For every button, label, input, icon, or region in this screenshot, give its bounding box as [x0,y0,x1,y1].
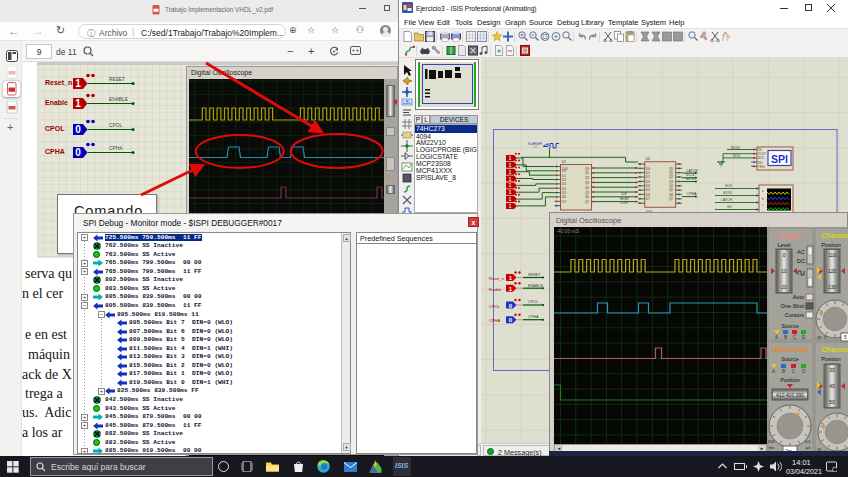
svg-text:Channe: Channe [821,345,848,354]
svg-text:0: 0 [783,253,786,258]
svg-text:Q1: Q1 [669,171,673,175]
svg-text:Level: Level [777,242,790,248]
svg-text:CPHA: CPHA [528,315,539,319]
svg-text:DC: DC [797,258,805,264]
svg-text:MOSI: MOSI [723,191,732,195]
svg-text:Trigger: Trigger [777,231,803,240]
svg-text:B: B [782,369,785,374]
svg-text:Position: Position [780,377,800,383]
svg-text:Q0: Q0 [585,167,589,171]
svg-text:MOSI: MOSI [686,177,695,181]
svg-text:Auto: Auto [793,294,804,300]
svg-text:LBL: LBL [403,100,412,105]
svg-text:One-Shot: One-Shot [780,303,804,309]
svg-text:D1: D1 [562,174,566,178]
svg-text:Q6: Q6 [585,195,589,199]
svg-text:B: B [784,335,787,340]
svg-text:U1: U1 [562,160,567,164]
svg-text:D7: D7 [562,200,566,204]
svg-text:D1: D1 [646,171,650,175]
svg-text:410 400 390: 410 400 390 [776,392,804,398]
svg-text:CPOL: CPOL [489,304,501,309]
svg-text:Q7: Q7 [585,200,589,204]
svg-text:Enable: Enable [489,287,502,292]
svg-text:b: b [762,197,764,201]
svg-text:40: 40 [829,384,835,389]
svg-text:V: V [824,335,827,340]
svg-text:U2: U2 [646,157,651,161]
svg-text:20: 20 [781,285,787,290]
svg-text:SCK: SCK [733,154,741,158]
svg-text:CLR: CLR [621,192,627,196]
svg-text:Horizontal: Horizontal [772,345,809,354]
svg-text:LATCH: LATCH [721,198,732,202]
svg-text:D3: D3 [562,182,566,186]
svg-text:LATCH: LATCH [687,169,698,173]
svg-text:D7: D7 [646,197,650,201]
svg-text:MOSI: MOSI [731,146,740,150]
svg-text:CPHA: CPHA [489,318,500,323]
svg-text:SCK: SCK [725,184,733,188]
svg-text:50: 50 [829,400,835,405]
svg-text:RESET: RESET [528,273,541,277]
svg-text:Q5: Q5 [585,191,589,195]
svg-text:Q2: Q2 [585,176,589,180]
svg-text:120: 120 [828,269,836,274]
svg-text:CLKR: CLKR [620,201,627,205]
svg-text:Q4: Q4 [585,186,589,190]
svg-text:ms: ms [769,445,774,450]
svg-text:Position: Position [821,356,841,362]
svg-text:Reset_n: Reset_n [489,276,504,281]
svg-text:D3: D3 [646,180,650,184]
svg-text:0.5: 0.5 [805,439,811,444]
svg-text:SS: SS [727,205,732,209]
svg-text:ENABLE: ENABLE [528,284,543,288]
svg-text:CPOL: CPOL [528,300,538,304]
svg-text:-40.00 mS: -40.00 mS [556,228,580,234]
svg-text:Q1: Q1 [585,171,589,175]
svg-text:a: a [762,189,764,193]
svg-text:20: 20 [817,335,822,340]
svg-text:130: 130 [828,285,836,290]
svg-text:CPHA: CPHA [687,192,697,196]
svg-text:AC: AC [797,249,805,255]
svg-text:Position: Position [821,242,841,248]
svg-text:5: 5 [844,334,847,340]
svg-text:Q7: Q7 [669,197,673,201]
svg-text:Q5: Q5 [669,188,673,192]
svg-text:10: 10 [781,269,787,274]
svg-text:D5: D5 [646,188,650,192]
svg-text:TRIG: TRIG [758,165,765,169]
svg-text:200: 200 [768,439,775,444]
svg-text:110: 110 [828,253,836,258]
svg-text:Source: Source [781,323,798,329]
svg-text:SPI: SPI [771,153,788,165]
svg-text:RESET: RESET [620,197,630,201]
svg-text:D6: D6 [562,195,566,199]
svg-text:µs: µs [806,445,810,450]
svg-text:CLK: CLK [533,145,538,149]
svg-text:Channe: Channe [821,231,848,240]
svg-text:Source: Source [781,356,798,362]
svg-text:A: A [772,369,775,374]
svg-text:Q3: Q3 [585,181,589,185]
svg-text:Q3: Q3 [669,180,673,184]
svg-text:A: A [775,335,778,340]
svg-text:30: 30 [829,368,835,373]
svg-text:Cursors: Cursors [785,312,805,318]
svg-text:D4: D4 [562,187,566,191]
